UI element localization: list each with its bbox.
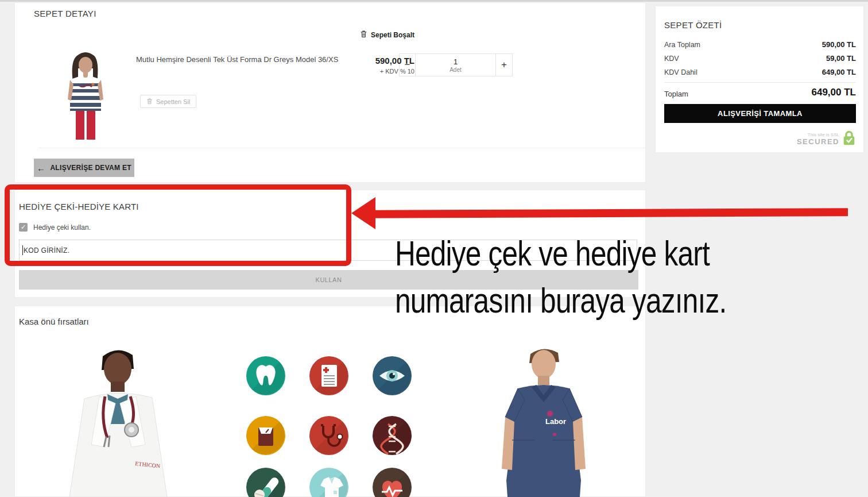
summary-row-label: Ara Toplam <box>664 41 700 49</box>
summary-row-value: 649,00 TL <box>822 68 856 76</box>
continue-shopping-button[interactable]: ← ALIŞVERİŞE DEVAM ET <box>34 159 134 177</box>
cart-summary-title: SEPET ÖZETİ <box>664 20 722 30</box>
summary-row-label: KDV <box>664 55 679 63</box>
total-label: Toplam <box>664 90 688 98</box>
annotation-text-line1: Hediye çek ve hediye kart <box>395 233 710 273</box>
empty-cart-label: Sepeti Boşalt <box>371 31 414 39</box>
top-divider-strip <box>0 0 868 2</box>
summary-divider <box>664 82 856 83</box>
medical-report-icon[interactable] <box>309 356 348 395</box>
annotation-highlight-rectangle <box>5 184 351 266</box>
heartbeat-icon[interactable] <box>373 468 412 497</box>
nurse-product-image[interactable]: Labor <box>495 342 592 497</box>
dna-icon[interactable] <box>373 416 412 455</box>
quantity-unit-label: Adet <box>450 67 462 73</box>
item-row-divider <box>38 148 652 148</box>
item-price: 590,00 TL <box>375 56 414 66</box>
continue-shopping-label: ALIŞVERİŞE DEVAM ET <box>50 164 131 172</box>
product-image[interactable] <box>63 51 108 140</box>
trash-icon <box>360 30 367 40</box>
quantity-value: 1 <box>454 57 458 66</box>
annotation-arrow-shaft <box>373 208 848 218</box>
stethoscope-icon[interactable] <box>309 416 348 455</box>
cart-detail-card: SEPET DETAYI Sepeti Boşalt Mutlu Hemşire… <box>14 2 646 183</box>
summary-row-value: 590,00 TL <box>822 40 856 49</box>
tooth-icon[interactable] <box>246 356 285 395</box>
summary-row-label: KDV Dahil <box>664 68 698 76</box>
doctor-product-image[interactable]: ETHICON <box>65 344 180 497</box>
annotation-arrow-head <box>351 197 375 229</box>
item-price-block: 590,00 TL + KDV % 10 <box>375 56 414 75</box>
ssl-badge-line2: SECURED <box>797 138 839 146</box>
trash-icon <box>146 98 153 106</box>
back-arrow-icon: ← <box>37 163 45 173</box>
quantity-increase-button[interactable]: + <box>495 54 512 76</box>
quantity-display: 1 Adet <box>416 54 495 76</box>
remove-from-cart-button[interactable]: Sepetten Sil <box>140 95 196 108</box>
ssl-lock-icon <box>842 130 856 148</box>
use-gift-code-label: KULLAN <box>316 276 342 283</box>
scrubs-icon[interactable] <box>309 468 348 497</box>
annotation-text-line2: numarasını buraya yazınız. <box>395 280 726 321</box>
checkout-button[interactable]: ALIŞVERİŞİ TAMAMLA <box>664 104 856 123</box>
product-name[interactable]: Mutlu Hemşire Desenli Tek Üst Forma Dr G… <box>136 55 406 64</box>
item-vat-note: + KDV % 10 <box>375 68 414 75</box>
eye-icon[interactable] <box>373 356 412 395</box>
total-value: 649,00 TL <box>812 87 857 98</box>
pills-icon[interactable] <box>246 468 285 497</box>
summary-row-value: 59,00 TL <box>826 54 856 63</box>
cart-detail-title: SEPET DETAYI <box>34 9 96 18</box>
checkout-deals-title: Kasa önü fırsatları <box>19 317 89 326</box>
checkout-label: ALIŞVERİŞİ TAMAMLA <box>718 109 803 118</box>
remove-from-cart-label: Sepetten Sil <box>156 98 190 105</box>
ssl-secured-badge: This site is SSL SECURED <box>797 130 856 148</box>
weight-scale-icon[interactable] <box>246 416 285 455</box>
quantity-stepper: − 1 Adet + <box>399 53 513 76</box>
svg-text:Labor: Labor <box>545 417 566 426</box>
empty-cart-button[interactable]: Sepeti Boşalt <box>360 30 414 40</box>
